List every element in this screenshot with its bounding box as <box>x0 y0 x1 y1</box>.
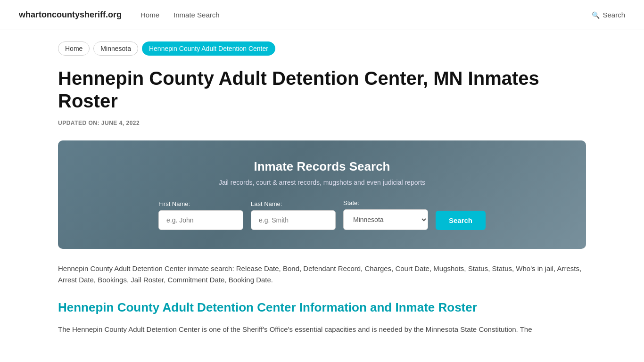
last-name-input[interactable] <box>251 210 336 230</box>
first-name-input[interactable] <box>158 210 243 230</box>
last-name-group: Last Name: <box>251 200 336 230</box>
header-search-label: Search <box>603 11 625 19</box>
site-nav: Home Inmate Search <box>140 11 573 19</box>
updated-date: UPDATED ON: JUNE 4, 2022 <box>58 120 586 126</box>
state-label: State: <box>343 199 359 206</box>
main-content: Home Minnesota Hennepin County Adult Det… <box>39 30 605 354</box>
state-group: State: Minnesota Alabama Alaska Arizona … <box>343 199 428 230</box>
state-select[interactable]: Minnesota Alabama Alaska Arizona Arkansa… <box>343 209 428 230</box>
search-button[interactable]: Search <box>436 211 486 230</box>
nav-inmate-search[interactable]: Inmate Search <box>173 11 220 19</box>
info-section-heading: Hennepin County Adult Detention Center I… <box>58 300 586 316</box>
breadcrumb: Home Minnesota Hennepin County Adult Det… <box>58 41 586 56</box>
header-search[interactable]: 🔍 Search <box>592 11 625 19</box>
search-widget: Inmate Records Search Jail records, cour… <box>58 140 586 249</box>
search-widget-title: Inmate Records Search <box>96 159 548 174</box>
site-logo[interactable]: whartoncountysheriff.org <box>19 10 122 20</box>
search-icon: 🔍 <box>592 11 600 19</box>
breadcrumb-home[interactable]: Home <box>58 41 90 56</box>
updated-date-value: JUNE 4, 2022 <box>101 120 140 126</box>
last-name-label: Last Name: <box>251 200 282 207</box>
page-title: Hennepin County Adult Detention Center, … <box>58 67 586 112</box>
first-name-group: First Name: <box>158 200 243 230</box>
search-widget-subtitle: Jail records, court & arrest records, mu… <box>96 179 548 186</box>
info-section-text: The Hennepin County Adult Detention Cent… <box>58 323 586 336</box>
nav-home[interactable]: Home <box>140 11 159 19</box>
breadcrumb-facility[interactable]: Hennepin County Adult Detention Center <box>142 41 275 56</box>
search-form: First Name: Last Name: State: Minnesota … <box>96 199 548 230</box>
breadcrumb-minnesota[interactable]: Minnesota <box>93 41 138 56</box>
site-header: whartoncountysheriff.org Home Inmate Sea… <box>0 0 644 30</box>
description-text: Hennepin County Adult Detention Center i… <box>58 263 586 286</box>
first-name-label: First Name: <box>158 200 190 207</box>
updated-prefix: UPDATED ON: <box>58 120 99 126</box>
